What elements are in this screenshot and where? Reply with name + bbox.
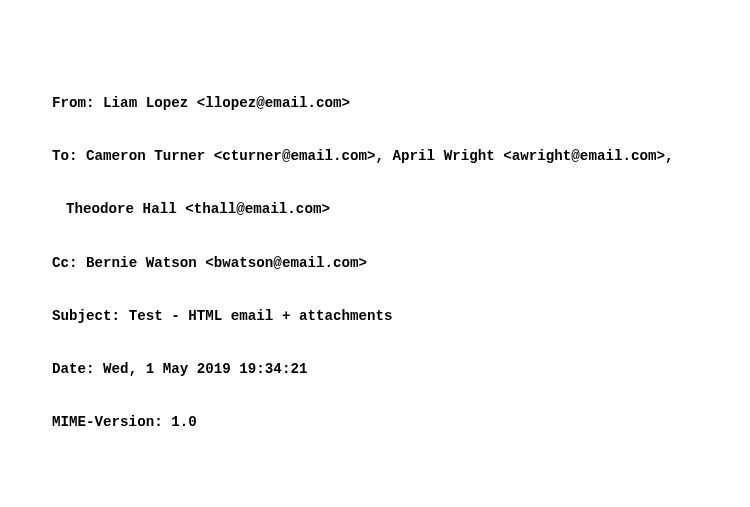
header-cc: Cc: Bernie Watson <bwatson@email.com> [28,255,738,273]
email-raw-source: From: Liam Lopez <llopez@email.com> To: … [4,6,746,507]
header-subject: Subject: Test - HTML email + attachments [28,308,738,326]
header-to-line1: To: Cameron Turner <cturner@email.com>, … [28,148,738,166]
header-mime-version: MIME-Version: 1.0 [28,414,738,432]
header-to-line2: Theodore Hall <thall@email.com> [28,201,738,219]
header-date: Date: Wed, 1 May 2019 19:34:21 [28,361,738,379]
header-from: From: Liam Lopez <llopez@email.com> [28,95,738,113]
email-header-block: From: Liam Lopez <llopez@email.com> To: … [4,59,746,467]
